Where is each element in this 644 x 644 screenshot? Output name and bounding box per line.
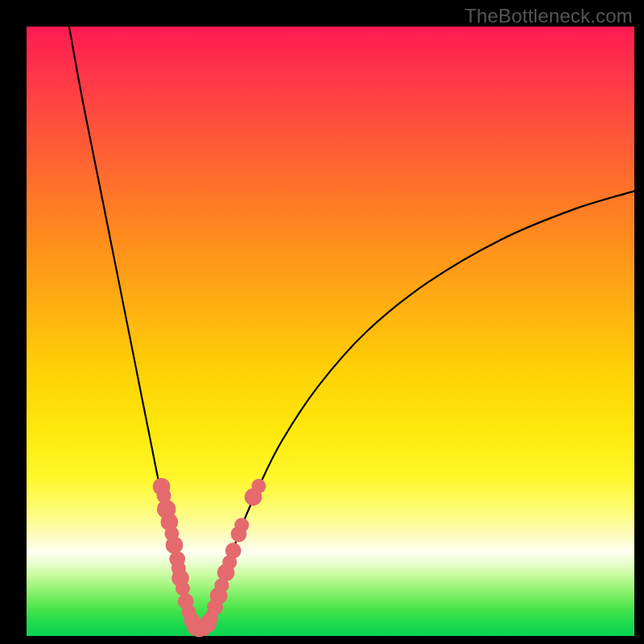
chart-frame: TheBottleneck.com xyxy=(0,0,644,644)
watermark-text: TheBottleneck.com xyxy=(464,5,633,27)
scatter-dots xyxy=(153,478,266,638)
scatter-dot xyxy=(225,543,242,559)
curve-right-branch xyxy=(196,191,634,630)
chart-svg xyxy=(27,27,634,636)
scatter-dot xyxy=(234,518,249,532)
plot-area xyxy=(27,27,634,636)
scatter-dot xyxy=(166,536,184,554)
scatter-dot xyxy=(175,581,190,596)
scatter-dot xyxy=(251,479,266,493)
